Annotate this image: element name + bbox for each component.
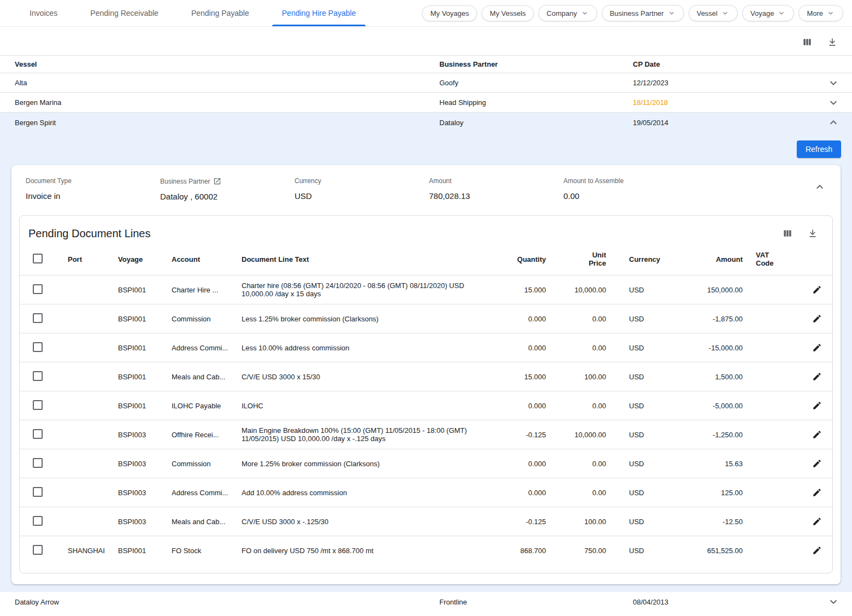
nav-tab-label: Invoices	[30, 9, 57, 17]
vessel-row[interactable]: Dataloy Arrow Frontline 08/04/2013	[0, 592, 852, 612]
chevron-up-icon[interactable]	[810, 177, 830, 197]
port-cell	[61, 449, 111, 478]
document-line-row: BSPI001 Commission Less 1.25% broker com…	[20, 304, 832, 333]
columns-icon[interactable]	[781, 227, 794, 240]
filter-pill[interactable]: My Voyages	[422, 5, 477, 21]
voyage-cell: BSPI001	[111, 304, 165, 333]
nav-tab[interactable]: Pending Receivable	[74, 0, 175, 26]
currency-cell: USD	[613, 304, 667, 333]
voyage-cell: BSPI001	[111, 391, 165, 420]
unit-price-cell: 0.00	[553, 391, 613, 420]
business-partner-header: Business Partner	[439, 60, 633, 68]
account-cell: Commission	[165, 304, 235, 333]
row-checkbox[interactable]	[33, 429, 43, 439]
document-line-row: BSPI001 Charter Hire ... Charter hire (0…	[20, 275, 832, 304]
voyage-cell: BSPI001	[111, 362, 165, 391]
filter-pill[interactable]: Vessel	[689, 5, 738, 21]
filter-pill[interactable]: Business Partner	[602, 5, 684, 21]
business-partner-name: Head Shipping	[439, 98, 633, 107]
unit-price-cell: 10,000.00	[553, 275, 613, 304]
account-cell: Meals and Cab...	[165, 362, 235, 391]
currency-cell: USD	[613, 362, 667, 391]
chevron-down-icon[interactable]	[827, 96, 852, 109]
vessel-row[interactable]: Bergen Marina Head Shipping 18/11/2018	[0, 93, 852, 113]
chevron-down-icon	[667, 9, 676, 17]
download-icon[interactable]	[826, 36, 839, 49]
select-all-checkbox[interactable]	[33, 254, 43, 263]
edit-icon[interactable]	[811, 400, 823, 412]
chevron-up-icon[interactable]	[827, 116, 852, 129]
edit-icon[interactable]	[811, 313, 823, 325]
field-value: Invoice in	[26, 191, 160, 201]
filter-pill[interactable]: More	[798, 5, 843, 21]
document-line-row: BSPI001 Address Commi... Less 10.00% add…	[20, 333, 832, 362]
pending-lines-header-row: Port Voyage Account Document Line Text Q…	[20, 243, 832, 275]
filter-pill-label: More	[807, 9, 823, 17]
amount-cell: 1,500.00	[667, 362, 749, 391]
port-cell	[61, 478, 111, 507]
row-checkbox[interactable]	[33, 371, 43, 381]
edit-icon[interactable]	[811, 457, 823, 470]
field-label: Amount to Assemble	[563, 177, 624, 185]
row-checkbox[interactable]	[33, 516, 43, 526]
filter-pill[interactable]: My Vessels	[481, 5, 534, 21]
row-checkbox[interactable]	[33, 545, 43, 555]
edit-icon[interactable]	[811, 515, 823, 527]
nav-tab[interactable]: Pending Hire Payable	[266, 0, 372, 26]
edit-icon[interactable]	[811, 429, 823, 441]
cp-date: 19/05/2014	[633, 119, 819, 127]
row-checkbox[interactable]	[33, 487, 43, 497]
nav-tab-label: Pending Payable	[191, 9, 249, 17]
row-checkbox[interactable]	[33, 458, 43, 468]
currency-cell: USD	[613, 333, 667, 362]
account-cell: Meals and Cab...	[165, 507, 235, 536]
account-cell: Address Commi...	[165, 333, 235, 362]
vessel-name: Dataloy Arrow	[15, 598, 439, 606]
vessel-table-header: Vessel Business Partner CP Date	[0, 55, 852, 73]
summary-field: Currency USD	[295, 177, 429, 201]
vat-code-cell	[749, 449, 802, 478]
edit-icon[interactable]	[811, 371, 823, 383]
field-value: 0.00	[563, 191, 698, 201]
field-value: 780,028.13	[429, 191, 563, 201]
filter-pill[interactable]: Voyage	[742, 5, 794, 21]
chevron-down-icon[interactable]	[827, 77, 852, 90]
download-icon[interactable]	[806, 227, 819, 240]
line-text-cell: Less 10.00% address commission	[235, 333, 492, 362]
quantity-cell: 15.000	[492, 362, 553, 391]
edit-icon[interactable]	[811, 342, 823, 354]
row-checkbox[interactable]	[33, 342, 43, 352]
filter-pill[interactable]: Company	[538, 5, 597, 21]
account-cell: Commission	[165, 449, 235, 478]
nav-tab[interactable]: Pending Payable	[175, 0, 266, 26]
vessel-row[interactable]: Alta Goofy 12/12/2023	[0, 73, 852, 93]
business-partner-name: Dataloy	[439, 119, 633, 127]
quantity-cell: 0.000	[492, 333, 553, 362]
open-in-new-icon[interactable]	[213, 177, 221, 185]
account-header: Account	[165, 243, 235, 275]
currency-cell: USD	[613, 536, 667, 565]
columns-icon[interactable]	[801, 36, 814, 49]
row-checkbox[interactable]	[33, 284, 43, 294]
amount-cell: -1,250.00	[667, 420, 749, 449]
vat-code-header: VAT Code	[749, 243, 802, 275]
row-checkbox[interactable]	[33, 313, 43, 323]
filter-pill-label: Vessel	[697, 9, 718, 17]
filter-pill-label: My Voyages	[430, 9, 469, 17]
refresh-button[interactable]: Refresh	[797, 140, 841, 158]
nav-tab[interactable]: Invoices	[13, 0, 74, 26]
pending-lines-title: Pending Document Lines	[28, 227, 150, 240]
summary-field: Business Partner Dataloy , 60002	[160, 177, 295, 201]
vat-code-cell	[749, 478, 802, 507]
summary-fields: Document Type Invoice in Business Partne…	[26, 177, 698, 201]
field-label: Document Type	[26, 177, 72, 185]
chevron-down-icon[interactable]	[827, 595, 852, 608]
amount-header: Amount	[667, 243, 749, 275]
edit-icon[interactable]	[811, 284, 823, 296]
edit-icon[interactable]	[811, 544, 823, 556]
unit-price-cell: 0.00	[553, 478, 613, 507]
row-checkbox[interactable]	[33, 400, 43, 410]
vessel-row[interactable]: Bergen Spirit Dataloy 19/05/2014	[0, 113, 852, 132]
cp-date: 08/04/2013	[633, 598, 819, 606]
edit-icon[interactable]	[811, 486, 823, 498]
